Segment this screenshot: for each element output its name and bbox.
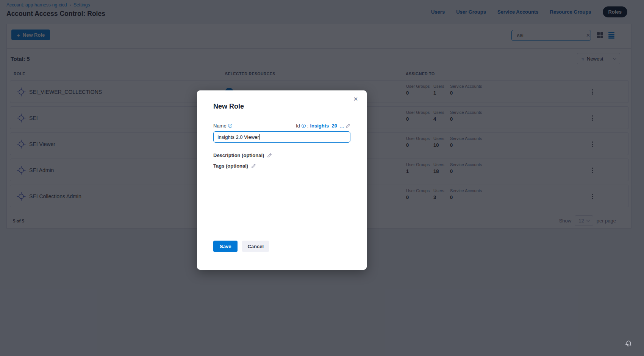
close-icon[interactable]: ✕ — [352, 96, 359, 103]
cancel-button[interactable]: Cancel — [242, 241, 269, 252]
info-icon: i — [228, 124, 232, 128]
id-label: Id — [296, 123, 300, 129]
id-separator: : — [307, 123, 309, 129]
tags-row: Tags (optional) — [213, 163, 256, 169]
screen: Account: app-harness-ng-cicd › Settings … — [0, 0, 644, 356]
role-name-input-value: Insights 2.0 Viewer — [217, 134, 259, 140]
role-name-input[interactable]: Insights 2.0 Viewer — [213, 131, 350, 143]
tags-label: Tags (optional) — [213, 163, 248, 169]
notification-bell-icon[interactable] — [624, 339, 633, 349]
save-button[interactable]: Save — [213, 241, 238, 252]
name-label: Name — [213, 123, 227, 129]
info-icon: i — [302, 124, 306, 128]
name-id-row: Name i Id i : Insights_20_... — [213, 123, 350, 129]
id-value-link[interactable]: Insights_20_... — [310, 123, 344, 129]
edit-description-pencil-icon[interactable] — [267, 153, 272, 158]
description-row: Description (optional) — [213, 152, 272, 158]
edit-tags-pencil-icon[interactable] — [251, 163, 256, 168]
modal-actions: Save Cancel — [213, 241, 269, 252]
text-caret — [259, 134, 260, 140]
modal-title: New Role — [213, 103, 244, 110]
id-group: Id i : Insights_20_... — [296, 123, 350, 129]
edit-id-pencil-icon[interactable] — [345, 123, 350, 128]
description-label: Description (optional) — [213, 152, 264, 158]
new-role-modal: ✕ New Role Name i Id i : Insights_20_...… — [197, 90, 367, 270]
